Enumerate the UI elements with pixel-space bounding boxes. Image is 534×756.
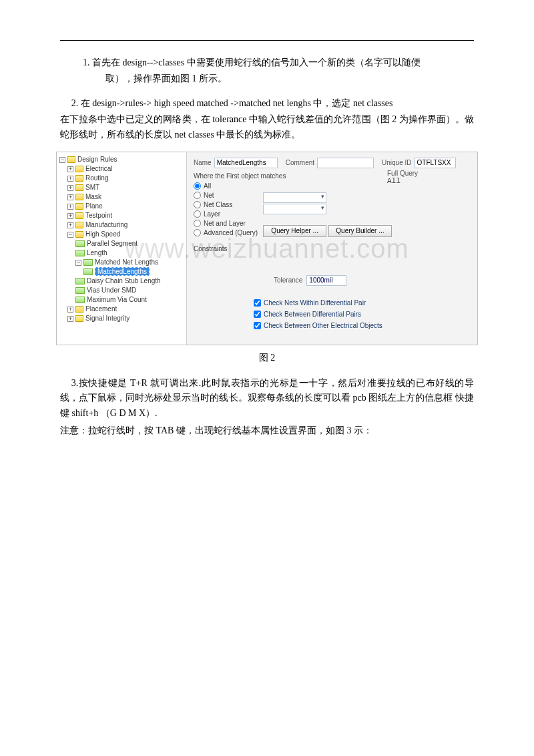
- check-between-other-input[interactable]: [254, 322, 261, 329]
- tree-label: Vias Under SMD: [87, 287, 136, 294]
- tree-testpoint[interactable]: +Testpoint: [67, 211, 185, 220]
- folder-icon: [75, 175, 83, 182]
- radio-netclass-input[interactable]: [194, 201, 201, 208]
- check-between-other[interactable]: Check Between Other Electrical Objects: [254, 322, 471, 329]
- expand-icon[interactable]: +: [67, 204, 73, 210]
- expand-icon[interactable]: +: [67, 222, 73, 228]
- collapse-icon[interactable]: −: [59, 157, 65, 163]
- tree-label: Routing: [85, 174, 108, 182]
- radio-label: Advanced (Query): [204, 229, 258, 236]
- uniqueid-label: Unique ID: [382, 159, 411, 166]
- radio-netclass[interactable]: Net Class: [194, 201, 258, 208]
- check-within-pair[interactable]: Check Nets Within Differential Pair: [254, 299, 471, 307]
- tolerance-label: Tolerance: [274, 276, 302, 284]
- radio-label: Layer: [204, 210, 220, 218]
- collapse-icon[interactable]: −: [75, 260, 81, 266]
- tree-label: High Speed: [85, 230, 120, 238]
- tree-label: Mask: [85, 193, 101, 200]
- paragraph-2-rest: 在下拉条中选中已定义的网络类，在 tolerance 中输入蛇行线差值的允许范围…: [60, 112, 474, 142]
- rule-icon: [75, 250, 85, 256]
- query-builder-button[interactable]: Query Builder ...: [328, 225, 392, 237]
- name-input[interactable]: [214, 158, 278, 168]
- rule-properties-panel: Name Comment Unique ID Where the First o…: [187, 152, 477, 345]
- radio-layer-input[interactable]: [194, 210, 201, 218]
- query-helper-button[interactable]: Query Helper ...: [263, 225, 326, 237]
- rule-icon: [83, 259, 93, 266]
- radio-all-input[interactable]: [194, 182, 201, 190]
- tree-daisy[interactable]: Daisy Chain Stub Length: [75, 276, 185, 286]
- paragraph-1-line2: 取），操作界面如图 1 所示。: [60, 71, 474, 86]
- folder-icon: [75, 306, 83, 313]
- radio-net-input[interactable]: [194, 192, 201, 199]
- expand-icon[interactable]: +: [67, 176, 73, 182]
- design-rules-dialog: www.weizhuannet.com −Design Rules +Elect…: [56, 152, 478, 345]
- tree-routing[interactable]: +Routing: [67, 174, 185, 183]
- tree-label: Daisy Chain Stub Length: [87, 277, 161, 285]
- netclass-combo[interactable]: [263, 204, 326, 214]
- check-within-pair-input[interactable]: [254, 299, 261, 307]
- folder-icon: [75, 231, 83, 238]
- paragraph-1-line1: 1. 首先在 design-->classes 中需要使用蛇行线的信号加入一个新…: [60, 55, 474, 70]
- tree-signal[interactable]: +Signal Integrity: [67, 314, 185, 323]
- paragraph-3-note: 注意：拉蛇行线时，按 TAB 键，出现蛇行线基本属性设置界面，如图 3 示：: [60, 423, 474, 438]
- rule-icon: [75, 287, 85, 294]
- expand-icon[interactable]: +: [67, 213, 73, 219]
- check-between-pairs-input[interactable]: [254, 311, 261, 318]
- radio-all[interactable]: All: [194, 182, 258, 190]
- check-label: Check Between Differential Pairs: [264, 311, 361, 318]
- paragraph-3: 3.按快捷键是 T+R 就可调出来.此时鼠表指示的光标是一十字，然后对准要拉线的…: [60, 376, 474, 421]
- tree-manufacturing[interactable]: +Manufacturing: [67, 220, 185, 230]
- tree-label: SMT: [85, 184, 99, 191]
- comment-label: Comment: [286, 159, 314, 166]
- name-label: Name: [194, 159, 212, 166]
- tree-matchedlengths-rule[interactable]: MatchedLengths: [83, 267, 185, 276]
- tree-label: Parallel Segment: [87, 240, 138, 247]
- folder-icon: [75, 222, 83, 228]
- tree-label: Signal Integrity: [85, 315, 129, 322]
- expand-icon[interactable]: +: [67, 316, 73, 322]
- check-label: Check Between Other Electrical Objects: [264, 322, 382, 329]
- tree-label: Design Rules: [77, 156, 117, 163]
- tree-length[interactable]: Length: [75, 248, 185, 258]
- expand-icon[interactable]: +: [67, 166, 73, 172]
- radio-label: Net and Layer: [204, 220, 246, 227]
- tree-max-via[interactable]: Maximum Via Count: [75, 295, 185, 305]
- radio-net[interactable]: Net: [194, 192, 258, 199]
- expand-icon[interactable]: +: [67, 307, 73, 313]
- expand-icon[interactable]: +: [67, 185, 73, 191]
- fullquery-value: All: [387, 177, 447, 185]
- radio-layer[interactable]: Layer: [194, 210, 258, 218]
- top-rule: [60, 40, 474, 41]
- tree-parallel[interactable]: Parallel Segment: [75, 239, 185, 248]
- tree-electrical[interactable]: +Electrical: [67, 164, 185, 174]
- radio-advanced-input[interactable]: [194, 229, 201, 236]
- net-combo[interactable]: [263, 192, 326, 203]
- tree-plane[interactable]: +Plane: [67, 202, 185, 211]
- check-label: Check Nets Within Differential Pair: [264, 299, 366, 307]
- fullquery-label: Full Query: [387, 170, 447, 177]
- rules-tree[interactable]: −Design Rules +Electrical +Routing +SMT …: [57, 152, 187, 345]
- tree-label: Maximum Via Count: [87, 296, 147, 303]
- collapse-icon[interactable]: −: [67, 232, 73, 238]
- tree-matched[interactable]: −Matched Net Lengths MatchedLengths: [75, 258, 185, 276]
- radio-netlayer-input[interactable]: [194, 220, 201, 227]
- comment-input[interactable]: [317, 158, 374, 168]
- rule-icon: [75, 240, 85, 247]
- folder-icon: [75, 166, 83, 172]
- tree-label: Placement: [85, 305, 117, 313]
- expand-icon[interactable]: +: [67, 194, 73, 200]
- tree-vias-smd[interactable]: Vias Under SMD: [75, 286, 185, 295]
- radio-netlayer[interactable]: Net and Layer: [194, 220, 258, 227]
- tolerance-input[interactable]: [306, 275, 346, 286]
- radio-advanced[interactable]: Advanced (Query): [194, 229, 258, 236]
- check-between-pairs[interactable]: Check Between Differential Pairs: [254, 311, 471, 318]
- tree-root[interactable]: −Design Rules +Electrical +Routing +SMT …: [59, 155, 185, 323]
- tree-highspeed[interactable]: −High Speed Parallel Segment Length −Mat…: [67, 230, 185, 305]
- uniqueid-input[interactable]: [415, 158, 456, 168]
- tree-placement[interactable]: +Placement: [67, 305, 185, 314]
- tree-smt[interactable]: +SMT: [67, 183, 185, 192]
- folder-icon: [75, 212, 83, 219]
- folder-icon: [67, 156, 75, 163]
- tree-mask[interactable]: +Mask: [67, 192, 185, 202]
- radio-label: Net Class: [204, 201, 232, 208]
